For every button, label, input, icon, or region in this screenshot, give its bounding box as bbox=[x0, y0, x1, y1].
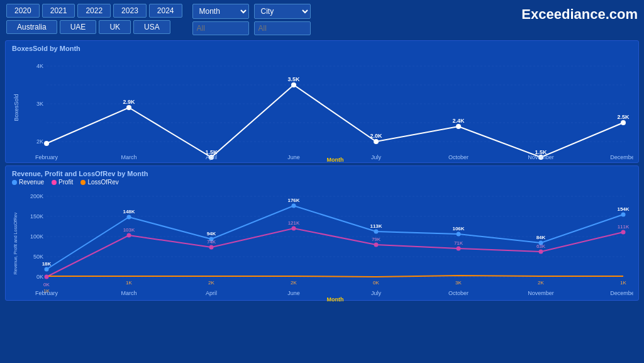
r-dp-mar bbox=[127, 215, 131, 220]
svg-text:March: March bbox=[121, 154, 136, 160]
r-dp-dec bbox=[621, 213, 626, 217]
svg-text:3K: 3K bbox=[36, 101, 43, 107]
svg-text:100K: 100K bbox=[30, 233, 43, 240]
r-dp-oct bbox=[457, 232, 461, 237]
svg-text:October: October bbox=[448, 290, 469, 296]
country-uk[interactable]: UK bbox=[99, 20, 131, 34]
pv-jul: 79K bbox=[372, 237, 381, 242]
p-dp-apr bbox=[209, 245, 214, 250]
country-usa[interactable]: USA bbox=[133, 20, 170, 34]
svg-text:March: March bbox=[121, 290, 136, 296]
svg-text:April: April bbox=[206, 154, 217, 160]
pv-jun: 121K bbox=[288, 220, 300, 226]
month-select[interactable]: Month bbox=[192, 4, 249, 19]
p-dp-feb bbox=[45, 275, 49, 279]
svg-text:November: November bbox=[528, 290, 554, 296]
month-input[interactable] bbox=[192, 21, 249, 35]
year-2022[interactable]: 2022 bbox=[77, 4, 111, 18]
svg-text:2K: 2K bbox=[36, 138, 43, 145]
rv-feb: 18K bbox=[42, 261, 52, 267]
svg-text:150K: 150K bbox=[30, 213, 43, 220]
lv-dec: 1K bbox=[620, 280, 626, 286]
year-2023[interactable]: 2023 bbox=[113, 4, 147, 18]
lv-jun: 2K bbox=[291, 280, 297, 286]
dp-mar bbox=[126, 105, 131, 110]
chart2-x-label: Month bbox=[327, 296, 344, 303]
r-dp-feb bbox=[45, 267, 49, 272]
svg-text:0K: 0K bbox=[36, 274, 43, 280]
boxes-sold-line bbox=[47, 85, 623, 157]
chart2-legend: Revenue Profit LossOfRev bbox=[12, 179, 632, 186]
chart1-x-label: Month bbox=[327, 157, 344, 162]
boxes-sold-chart-container: BoxesSold by Month BoxesSold 4K 3K 2K bbox=[5, 40, 639, 163]
svg-text:April: April bbox=[206, 290, 217, 296]
dp-oct bbox=[456, 124, 461, 129]
p-dp-mar bbox=[127, 233, 131, 238]
svg-text:July: July bbox=[371, 290, 382, 296]
val-jun: 3.5K bbox=[287, 76, 300, 82]
dropdown-filters: Month City bbox=[192, 4, 311, 35]
legend-profit-dot bbox=[52, 180, 57, 185]
val-dec: 2.5K bbox=[617, 114, 630, 120]
p-dp-jul bbox=[374, 243, 379, 247]
legend-loss: LossOfRev bbox=[80, 179, 118, 186]
lv-apr: 2K bbox=[208, 280, 214, 286]
legend-loss-dot bbox=[80, 180, 86, 185]
lv-oct: 3K bbox=[455, 280, 462, 286]
year-row: 2020 2021 2022 2023 2024 bbox=[6, 4, 182, 18]
r-dp-jun bbox=[292, 204, 296, 208]
rv-apr: 94K bbox=[207, 231, 216, 237]
svg-text:December: December bbox=[610, 154, 633, 160]
rv-jun: 176K bbox=[287, 198, 299, 203]
dp-feb bbox=[44, 141, 49, 146]
top-bar: 2020 2021 2022 2023 2024 Australia UAE U… bbox=[0, 0, 644, 38]
legend-profit: Profit bbox=[52, 179, 73, 186]
svg-text:February: February bbox=[35, 154, 58, 160]
pv-dec: 111K bbox=[618, 224, 630, 230]
pv-feb: 0K bbox=[43, 282, 50, 288]
country-australia[interactable]: Australia bbox=[6, 20, 57, 34]
val-mar: 2.9K bbox=[123, 99, 135, 105]
year-2021[interactable]: 2021 bbox=[42, 4, 75, 18]
brand-title: Exceediance.com bbox=[521, 4, 638, 23]
legend-revenue-label: Revenue bbox=[19, 179, 44, 186]
svg-text:February: February bbox=[35, 290, 58, 296]
month-city-inputs bbox=[192, 21, 311, 35]
rv-jul: 113K bbox=[370, 223, 382, 229]
val-jul: 2.0K bbox=[370, 133, 382, 139]
svg-text:July: July bbox=[371, 154, 382, 160]
p-dp-dec bbox=[621, 230, 626, 235]
year-2020[interactable]: 2020 bbox=[6, 4, 40, 18]
legend-loss-label: LossOfRev bbox=[87, 179, 118, 186]
svg-text:4K: 4K bbox=[36, 63, 43, 69]
dp-jul bbox=[374, 139, 379, 144]
year-country-filters: 2020 2021 2022 2023 2024 Australia UAE U… bbox=[6, 4, 182, 34]
svg-text:October: October bbox=[448, 154, 469, 160]
chart2-title: Revenue, Profit and LossOfRev by Month bbox=[12, 170, 632, 177]
p-dp-oct bbox=[457, 247, 461, 251]
svg-text:200K: 200K bbox=[30, 193, 43, 199]
val-oct: 2.4K bbox=[452, 118, 465, 124]
revenue-chart-container: Revenue, Profit and LossOfRev by Month R… bbox=[5, 165, 639, 301]
dp-jun bbox=[291, 82, 296, 87]
pv-apr: 74K bbox=[207, 239, 216, 245]
city-input[interactable] bbox=[254, 21, 311, 35]
r-dp-jul bbox=[374, 230, 379, 234]
svg-text:50K: 50K bbox=[33, 254, 43, 260]
p-dp-jun bbox=[292, 226, 296, 231]
legend-profit-label: Profit bbox=[58, 179, 73, 186]
svg-text:November: November bbox=[528, 154, 554, 160]
chart1-y-label: BoxesSold bbox=[13, 94, 19, 121]
lv-mar: 1K bbox=[126, 280, 132, 286]
chart1-title: BoxesSold by Month bbox=[12, 45, 632, 52]
revenue-chart: Revenue, Profit and LossOfRev 200K 150K … bbox=[12, 187, 633, 303]
lv-jul: 0K bbox=[373, 280, 379, 286]
country-uae[interactable]: UAE bbox=[60, 20, 97, 34]
pv-nov: 63K bbox=[536, 243, 546, 249]
svg-text:June: June bbox=[287, 154, 300, 160]
country-row: Australia UAE UK USA bbox=[6, 20, 182, 34]
p-dp-nov bbox=[539, 250, 543, 254]
city-select[interactable]: City bbox=[254, 4, 311, 19]
year-2024[interactable]: 2024 bbox=[149, 4, 182, 18]
svg-text:June: June bbox=[287, 290, 300, 296]
